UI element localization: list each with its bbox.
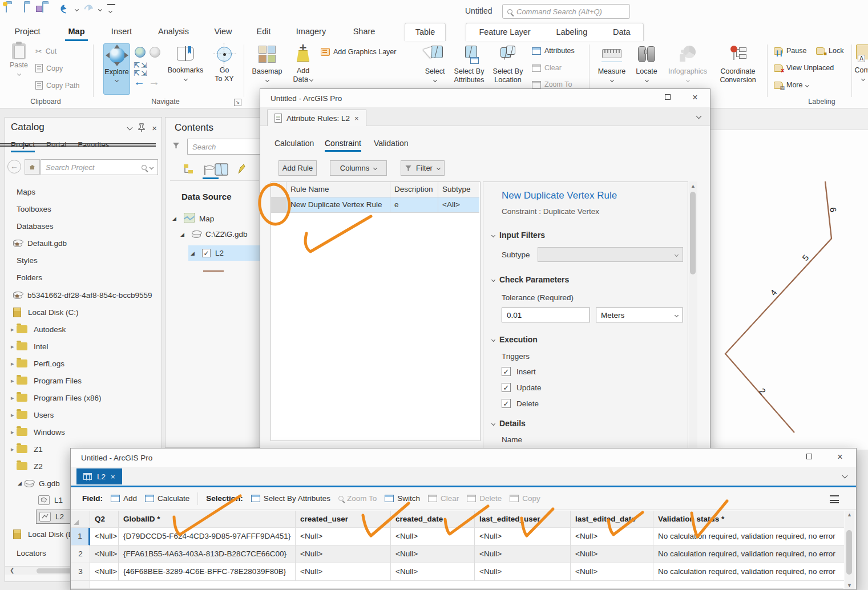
corner-cell[interactable] — [71, 511, 90, 528]
expander-icon[interactable]: ◢ — [172, 216, 179, 221]
catalog-item-databases[interactable]: Databases — [5, 217, 162, 235]
subtype-header[interactable]: Subtype — [438, 182, 479, 197]
catalog-item-autodesk[interactable]: ▸Autodesk — [5, 321, 162, 338]
tab-map[interactable]: Map — [64, 24, 89, 40]
l2-table-tab[interactable]: L2 × — [76, 468, 122, 484]
expander-icon[interactable]: ◢ — [180, 232, 187, 237]
next-extent-icon[interactable]: → — [148, 76, 160, 87]
explore-button[interactable]: Explore — [103, 43, 130, 95]
previous-extent-icon[interactable]: ← — [134, 76, 145, 87]
table-row[interactable]: 3 <Null> {46F68BEE-3289-4C6E-BFFC-78E280… — [71, 563, 844, 581]
select-by-attributes-button[interactable]: Select ByAttributes — [451, 43, 487, 95]
bookmarks-button[interactable]: Bookmarks — [167, 43, 204, 95]
tab-imagery[interactable]: Imagery — [292, 24, 330, 40]
catalog-options-icon[interactable] — [0, 143, 156, 147]
copy-path-button[interactable]: Copy Path — [35, 81, 79, 90]
tab-feature-layer[interactable]: Feature Layer — [479, 25, 530, 41]
catalog-item-perflogs[interactable]: ▸PerfLogs — [5, 355, 162, 372]
attribute-rules-tab[interactable]: Attribute Rules: L2 × — [267, 110, 366, 126]
catalog-item-folders[interactable]: Folders — [5, 269, 162, 286]
clear-selection-button[interactable]: Clear — [532, 64, 562, 72]
description-header[interactable]: Description — [390, 182, 438, 197]
coordinate-conversion-button[interactable]: CoordinateConversion — [713, 43, 762, 95]
catalog-item-styles[interactable]: Styles — [5, 252, 162, 269]
tab-validation[interactable]: Validation — [374, 139, 408, 148]
catalog-item-toolboxes[interactable]: Toolboxes — [5, 200, 162, 217]
col-q2[interactable]: Q2 — [90, 511, 119, 528]
add-graphics-layer-button[interactable]: Add Graphics Layer — [321, 48, 396, 56]
execution-section[interactable]: Execution — [492, 335, 688, 344]
table-row[interactable]: 2 <Null> {FFA61B55-4A63-403A-813D-B28C7C… — [71, 545, 844, 563]
redo-dropdown-icon[interactable] — [98, 7, 102, 11]
infographics-button[interactable]: Infographics — [664, 43, 711, 95]
undo-icon[interactable] — [59, 3, 71, 15]
rule-row[interactable]: New Duplicate Vertex Rule e <All> — [271, 197, 480, 213]
close-icon[interactable]: × — [152, 124, 157, 132]
cut-button[interactable]: ✂ Cut — [35, 47, 56, 56]
col-created-date[interactable]: created_date — [391, 511, 475, 528]
zoom-to-button[interactable]: Zoom To — [338, 494, 377, 503]
calculate-field-button[interactable]: Calculate — [145, 494, 189, 503]
close-tab-icon[interactable]: × — [111, 472, 115, 481]
expander-icon[interactable]: ◢ — [18, 480, 25, 486]
detail-scrollbar[interactable]: ▲ — [689, 181, 697, 450]
tab-share[interactable]: Share — [348, 24, 380, 40]
contents-item-map[interactable]: ◢ Map — [172, 213, 214, 224]
list-by-drawing-order-icon[interactable] — [183, 163, 195, 177]
tab-edit[interactable]: Edit — [251, 24, 276, 40]
navigate-dialog-launcher-icon[interactable]: ↘ — [234, 99, 241, 106]
catalog-item-users[interactable]: ▸Users — [5, 406, 162, 423]
table-row[interactable]: 1 <Null> {D79DCCD5-F624-4CD3-9D85-97AFFF… — [71, 528, 844, 545]
filter-dropdown[interactable]: Filter — [401, 160, 445, 176]
update-checkbox[interactable]: ✓ — [502, 383, 511, 392]
catalog-item-maps[interactable]: Maps — [5, 183, 162, 200]
tab-analysis[interactable]: Analysis — [154, 24, 193, 40]
rule-name-header[interactable]: Rule Name — [286, 182, 390, 197]
contents-search-input[interactable]: Search — [187, 139, 261, 155]
pin-icon[interactable] — [138, 123, 146, 132]
scroll-left-icon[interactable]: ❮ — [10, 567, 14, 573]
customize-qat-icon[interactable] — [107, 4, 115, 15]
measure-button[interactable]: Measure — [594, 43, 630, 95]
catalog-search-input[interactable]: Search Project — [41, 159, 158, 175]
catalog-item-default-gdb[interactable]: Default.gdb — [5, 235, 162, 252]
tab-data[interactable]: Data — [613, 25, 631, 41]
close-icon[interactable]: × — [689, 92, 701, 103]
contents-item-gdb[interactable]: ◢ C:\Z2\G.gdb — [180, 230, 248, 239]
catalog-menu-chevron-icon[interactable] — [127, 125, 133, 131]
tab-project[interactable]: Project — [10, 24, 45, 40]
open-project-icon[interactable] — [24, 3, 37, 15]
add-rule-button[interactable]: Add Rule — [278, 160, 317, 176]
pause-labeling-button[interactable]: ▎▎ Pause — [774, 47, 806, 55]
close-tab-icon[interactable]: × — [354, 115, 359, 122]
paste-button[interactable]: Paste — [7, 43, 31, 95]
catalog-item-windows[interactable]: ▸Windows — [5, 423, 162, 441]
table-menu-icon[interactable] — [830, 495, 839, 503]
linked-navigation-button[interactable] — [135, 47, 146, 58]
catalog-item-program-files[interactable]: ▸Program Files — [5, 372, 162, 389]
columns-dropdown[interactable]: Columns — [330, 160, 387, 176]
details-section[interactable]: Details — [492, 419, 688, 428]
select-button[interactable]: Select — [422, 43, 447, 95]
switch-selection-button[interactable]: Switch — [385, 494, 420, 503]
undo-dropdown-icon[interactable] — [75, 7, 79, 11]
tab-constraint[interactable]: Constraint — [325, 139, 361, 148]
maximize-icon[interactable] — [662, 92, 673, 103]
lock-labels-button[interactable]: ■ Lock — [816, 47, 843, 55]
go-to-xy-button[interactable]: GoTo XY — [209, 43, 240, 95]
new-project-icon[interactable] — [6, 3, 18, 15]
col-created-user[interactable]: created_user — [296, 511, 391, 528]
save-project-icon[interactable] — [42, 3, 55, 15]
zoom-to-selection-button[interactable]: Zoom To — [532, 80, 572, 88]
back-button[interactable]: ← — [7, 160, 21, 173]
row-selector-cell[interactable] — [271, 197, 286, 213]
dialog-title-bar[interactable]: Untitled - ArcGIS Pro × — [260, 89, 710, 107]
filter-icon[interactable] — [173, 143, 179, 148]
clear-selection-button[interactable]: Clear — [428, 494, 459, 503]
catalog-item-program-files-x86[interactable]: ▸Program Files (x86) — [5, 389, 162, 406]
tab-table[interactable]: Table — [415, 25, 435, 41]
select-by-location-button[interactable]: Select ByLocation — [490, 43, 526, 95]
expander-icon[interactable]: ◢ — [191, 250, 197, 256]
table-window-title-bar[interactable]: Untitled - ArcGIS Pro × — [71, 448, 856, 467]
check-parameters-section[interactable]: Check Parameters — [492, 275, 688, 284]
